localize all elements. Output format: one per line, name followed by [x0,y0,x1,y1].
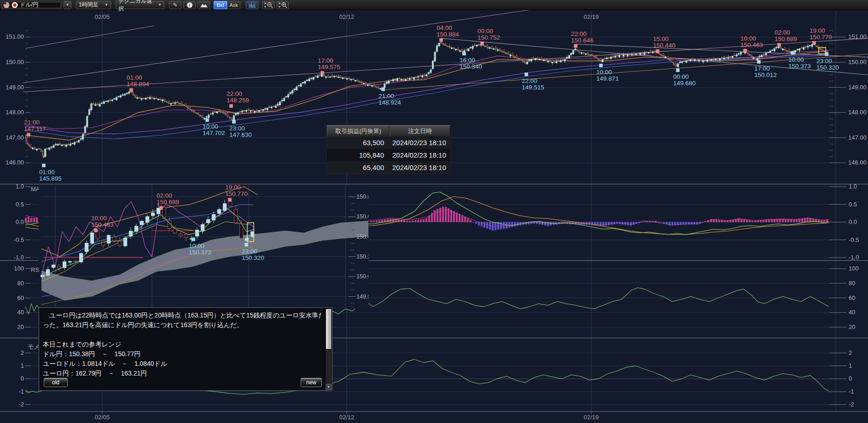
pair-label: ドル/円 [20,1,38,9]
inset-chart-window[interactable]: 10:00150.46302:00150.68919:00150.77010:0… [39,185,368,309]
svg-text:02/19: 02/19 [584,414,599,421]
svg-text:149.575: 149.575 [318,64,340,70]
svg-text:0: 0 [849,375,852,382]
old-button[interactable]: old [44,378,68,387]
extreme-marker [206,118,209,122]
table-row[interactable]: 105,840 2024/02/23 18:10 [327,149,450,161]
svg-text:150.373: 150.373 [189,249,211,256]
svg-text:150.689: 150.689 [157,199,179,206]
mountain-icon [200,2,208,8]
svg-text:23:00: 23:00 [816,58,832,65]
svg-text:02/19: 02/19 [584,13,599,20]
svg-text:10:00: 10:00 [788,56,804,63]
news-line: ユーロ円：162.79円 － 163.21円 [43,369,321,378]
table-row[interactable]: 63,500 2024/02/23 18:10 [327,136,450,149]
svg-text:149.00: 149.00 [848,84,867,91]
svg-text:40: 40 [849,309,855,316]
svg-text:150.00: 150.00 [848,59,867,65]
extreme-marker [463,52,466,55]
chevron-down-icon: ▼ [158,3,162,7]
svg-text:-2: -2 [849,401,854,408]
svg-text:10:00: 10:00 [596,69,612,76]
zoom-in-button[interactable] [276,1,289,9]
zoom-in-icon [278,2,288,8]
technical-select[interactable]: テクニカル選択 ▼ [116,1,164,9]
news-line [43,330,321,340]
svg-text:17:00: 17:00 [754,65,770,72]
svg-text:10:00: 10:00 [189,242,204,249]
extreme-marker [382,88,385,91]
svg-text:150.463: 150.463 [740,41,763,48]
svg-text:150.012: 150.012 [754,71,777,78]
svg-text:-2: -2 [18,401,24,408]
extreme-marker [676,69,680,72]
zoom-out-button[interactable] [262,1,274,9]
svg-text:02/05: 02/05 [95,13,110,20]
svg-text:2: 2 [849,349,852,356]
timeframe-label: 1時間足 [79,1,99,9]
pl-value: 65,400 [327,161,390,174]
volume-chart-button[interactable] [246,1,258,9]
ask-label: Ask [229,2,238,8]
svg-text:150.320: 150.320 [242,254,264,261]
svg-text:00:00: 00:00 [478,28,493,35]
scrollbar[interactable]: ▼ [325,308,332,390]
svg-text:150.00: 150.00 [6,59,24,65]
chart-style-button[interactable] [198,1,210,9]
svg-text:22:00: 22:00 [571,30,587,37]
extreme-marker [813,41,816,44]
currency-pair-selector[interactable]: ドル/円 [1,1,62,9]
draw-tool-button[interactable]: ✎ [169,1,181,9]
svg-text:0.0: 0.0 [849,218,857,225]
extreme-marker [130,88,133,92]
scrollbar-thumb[interactable] [326,309,331,349]
inset-chart-svg[interactable]: 10:00150.46302:00150.68919:00150.77010:0… [39,185,368,309]
svg-text:100: 100 [849,265,859,272]
svg-text:1: 1 [849,362,852,369]
info-button[interactable]: i [183,1,196,9]
extreme-marker [321,71,324,75]
pair-dropdown-button[interactable]: ▼ [64,1,71,9]
svg-text:02/12: 02/12 [339,414,355,421]
svg-text:60: 60 [17,294,24,301]
table-row[interactable]: 65,400 2024/02/23 18:10 [327,161,450,174]
extreme-marker [94,229,98,232]
svg-text:80: 80 [17,280,24,287]
svg-text:151.00: 151.00 [6,33,24,40]
pencil-icon: ✎ [173,2,177,8]
order-time: 2024/02/23 18:10 [390,161,450,174]
bid-button[interactable]: Bid [214,1,227,9]
extreme-marker [778,43,781,47]
svg-text:16:00: 16:00 [460,57,475,64]
news-line: ユーロドル：1.0814ドル － 1.0840ドル [43,359,321,369]
extreme-marker [160,206,163,210]
new-button[interactable]: new [301,378,322,387]
ask-button[interactable]: Ask [227,1,240,9]
market-news-panel[interactable]: ユーロ円は22時時点では163.00円と20時時点（163.15円）と比べて15… [39,307,332,391]
svg-text:150.770: 150.770 [225,190,248,197]
svg-text:150.0: 150.0 [356,273,368,280]
extreme-marker [744,49,747,52]
svg-text:22:00: 22:00 [227,90,242,97]
pl-value: 105,840 [327,149,390,161]
svg-text:149.871: 149.871 [596,75,619,82]
svg-text:0.0: 0.0 [16,218,24,225]
order-time: 2024/02/23 18:10 [390,149,450,161]
technical-label: テクニカル選択 [118,0,155,13]
extreme-marker [656,49,659,53]
extreme-marker [525,73,528,76]
extreme-marker [230,105,233,108]
svg-text:149.680: 149.680 [673,80,696,87]
extreme-marker [757,60,761,64]
svg-text:150.463: 150.463 [91,221,114,228]
svg-text:0.5: 0.5 [16,201,24,208]
scroll-down-button[interactable]: ▼ [326,384,332,390]
old-label: old [52,379,59,386]
svg-text:147.00: 147.00 [848,134,867,141]
news-line: 本日これまでの参考レンジ [43,340,321,349]
svg-text:-0.5: -0.5 [14,236,24,243]
table-header-row: 取引損益(円換算) 注文日時 [327,126,450,136]
timeframe-select[interactable]: 1時間足 ▼ [76,1,111,9]
svg-text:-1: -1 [849,388,854,395]
trade-pl-table[interactable]: 取引損益(円換算) 注文日時 63,500 2024/02/23 18:10 1… [327,125,450,174]
